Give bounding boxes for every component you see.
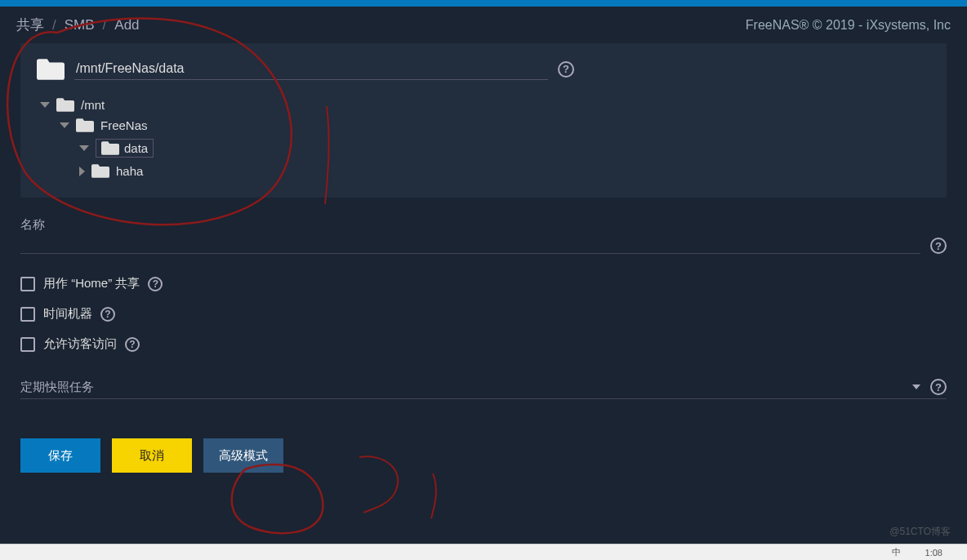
- tree-label-freenas: FreeNas: [100, 118, 148, 132]
- name-input[interactable]: [20, 236, 920, 254]
- taskbar: 中 1:08: [0, 544, 967, 560]
- path-panel: ? /mnt FreeNas data: [20, 43, 947, 198]
- path-input[interactable]: [74, 58, 548, 80]
- help-icon[interactable]: ?: [125, 337, 140, 352]
- folder-icon: [76, 118, 94, 132]
- save-button[interactable]: 保存: [20, 438, 100, 473]
- ime-indicator[interactable]: 中: [892, 546, 901, 558]
- advanced-mode-button[interactable]: 高级模式: [203, 438, 283, 473]
- snapshot-select-row[interactable]: 定期快照任务 ?: [20, 371, 947, 399]
- home-share-label: 用作 “Home” 共享: [43, 276, 140, 291]
- guest-access-row: 允许访客访问 ?: [20, 329, 947, 359]
- clock: 1:08: [925, 548, 942, 558]
- header: 共享 / SMB / Add FreeNAS® © 2019 - iXsyste…: [0, 7, 967, 43]
- home-share-row: 用作 “Home” 共享 ?: [20, 269, 947, 299]
- copyright-text: FreeNAS® © 2019 - iXsystems, Inc: [746, 18, 951, 33]
- chevron-down-icon[interactable]: [79, 145, 89, 151]
- chevron-down-icon[interactable]: [912, 384, 920, 389]
- chevron-down-icon[interactable]: [40, 102, 50, 108]
- help-icon[interactable]: ?: [100, 307, 115, 322]
- breadcrumb-share[interactable]: 共享: [16, 16, 44, 34]
- breadcrumb-smb[interactable]: SMB: [65, 17, 95, 33]
- time-machine-label: 时间机器: [43, 306, 92, 322]
- guest-access-checkbox[interactable]: [20, 337, 35, 352]
- breadcrumb-separator: /: [52, 17, 56, 33]
- snapshot-label: 定期快照任务: [20, 380, 94, 395]
- folder-icon: [91, 164, 109, 178]
- breadcrumb-separator: /: [103, 17, 107, 33]
- guest-access-label: 允许访客访问: [43, 336, 117, 352]
- help-icon[interactable]: ?: [148, 277, 163, 291]
- chevron-down-icon[interactable]: [60, 122, 69, 128]
- folder-icon: [56, 98, 74, 112]
- breadcrumb: 共享 / SMB / Add: [16, 16, 140, 34]
- breadcrumb-add[interactable]: Add: [114, 17, 139, 33]
- help-icon[interactable]: ?: [930, 238, 947, 254]
- folder-icon: [101, 141, 119, 155]
- tree-row-haha[interactable]: haha: [40, 161, 930, 181]
- tree-row-data[interactable]: data: [40, 136, 930, 161]
- tree-row-mnt[interactable]: /mnt: [40, 95, 930, 115]
- time-machine-checkbox[interactable]: [20, 307, 35, 322]
- tree-label-data: data: [124, 141, 148, 155]
- time-machine-row: 时间机器 ?: [20, 299, 947, 329]
- tree-label-haha: haha: [116, 164, 143, 178]
- cancel-button[interactable]: 取消: [112, 438, 192, 473]
- name-label: 名称: [20, 217, 920, 236]
- tree-label-mnt: /mnt: [81, 98, 105, 112]
- tree-row-freenas[interactable]: FreeNas: [40, 115, 930, 136]
- chevron-right-icon[interactable]: [79, 167, 85, 176]
- folder-icon: [37, 59, 65, 80]
- help-icon[interactable]: ?: [930, 379, 947, 395]
- home-share-checkbox[interactable]: [20, 277, 35, 291]
- help-icon[interactable]: ?: [558, 61, 574, 78]
- watermark: @51CTO博客: [889, 525, 951, 539]
- folder-tree: /mnt FreeNas data haha: [37, 95, 930, 181]
